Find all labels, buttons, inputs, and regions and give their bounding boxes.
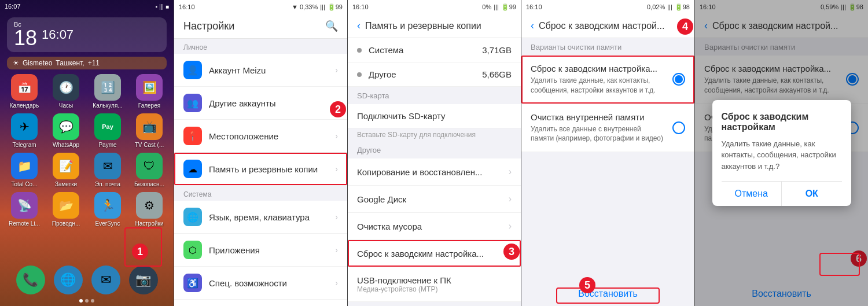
back-arrow-4[interactable]: ‹ — [531, 20, 534, 32]
cancel-button[interactable]: Отмена — [722, 182, 782, 206]
menu-backup[interactable]: Копирование и восстановлен... › — [348, 158, 521, 186]
home-screen: 16:07 ▪ ||| ■ Вс 18 16:07 ☀ Gismeteo Таш… — [0, 0, 174, 306]
status-icons-2: ▼ 0,33% ||| 🔋99 — [292, 3, 343, 11]
app-calendar[interactable]: 📅 Календарь — [7, 74, 42, 109]
app-files-icon: 📂 — [53, 192, 79, 219]
step-badge-3: 3 — [503, 244, 520, 260]
menu-gdrive[interactable]: Google Диск › — [348, 186, 521, 213]
step-badge-5: 5 — [579, 277, 595, 293]
ok-button[interactable]: ОК — [782, 182, 842, 206]
clean-options-label: Варианты очистки памяти — [521, 38, 694, 56]
settings-item-language[interactable]: 🌐 Язык, время, клавиатура › — [174, 201, 347, 234]
app-whatsapp-label: WhatsApp — [49, 142, 83, 148]
status-icons-1: ▪ ||| ■ — [156, 3, 169, 10]
settings-item-update[interactable]: 🔄 Обновление системы › — [174, 300, 347, 306]
app-eversync[interactable]: 🏃 EverSync — [90, 192, 125, 227]
battery-icon-1: ▪ — [156, 3, 158, 10]
settings-item-accounts[interactable]: 👥 Другие аккаунты › — [174, 87, 347, 120]
app-payme-icon: Pay — [94, 113, 121, 140]
meizu-icon: 👤 — [183, 61, 202, 79]
battery-2: 🔋99 — [328, 3, 343, 11]
app-gallery-icon: 🖼️ — [136, 74, 163, 101]
weather-widget: ☀ Gismeteo Ташкент, +11 — [7, 57, 167, 69]
date-block: Вс 18 — [14, 21, 37, 49]
accounts-label: Другие аккаунты — [209, 98, 335, 108]
menu-usb[interactable]: USB-подключение к ПК Медиа-устройство (М… — [348, 267, 521, 302]
settings-item-apps[interactable]: ⬡ Приложения › — [174, 234, 347, 267]
option-factory-reset[interactable]: Сброс к заводским настройка... Удалить т… — [521, 56, 694, 104]
system-section-label: Система — [174, 186, 347, 201]
settings-item-meizu[interactable]: 👤 Аккаунт Meizu › — [174, 54, 347, 87]
app-security[interactable]: 🛡 Безопасн... — [132, 153, 167, 187]
app-payme-label: Payme — [90, 142, 125, 148]
app-settings[interactable]: ⚙ Настройки — [132, 192, 167, 227]
status-bar-1: 16:07 ▪ ||| ■ — [0, 0, 174, 13]
memory-icon: ☁ — [183, 160, 202, 178]
app-email-label: Эл. почта — [90, 181, 125, 187]
memory-header: ‹ Память и резервные копии — [348, 14, 521, 38]
option-clear-memory[interactable]: Очистка внутренней памяти Удалить все да… — [521, 104, 694, 153]
option-1-title: Сброс к заводским настройка... — [531, 64, 664, 73]
location-chevron: › — [335, 131, 338, 141]
page-dot-3 — [91, 299, 94, 303]
access-label: Спец. возможности — [209, 278, 335, 288]
weather-city: Ташкент, — [56, 59, 84, 67]
battery-pct-1: ■ — [165, 3, 169, 10]
menu-factory-reset[interactable]: Сброс к заводским настройка... › — [348, 240, 521, 267]
factory-reset-title: Сброс к заводским настрой... — [539, 21, 664, 31]
option-1-radio — [672, 73, 685, 86]
settings-item-access[interactable]: ♿ Спец. возможности › — [174, 267, 347, 300]
dock-phone[interactable]: 📞 — [16, 266, 45, 294]
usb-sub: Медиа-устройство (МТР) — [357, 285, 512, 293]
storage-other: Другое 5,66GB — [348, 62, 521, 87]
memory-label: Память и резервные копии — [209, 164, 335, 174]
app-notes-icon: 📝 — [53, 153, 79, 179]
app-whatsapp[interactable]: 💬 WhatsApp — [49, 113, 83, 148]
app-payme[interactable]: Pay Payme — [90, 113, 125, 148]
settings-title: Настройки — [183, 20, 234, 32]
step-badge-2: 2 — [330, 101, 346, 117]
option-2-title: Очистка внутренней памяти — [531, 112, 664, 122]
option-1-content: Сброс к заводским настройка... Удалить т… — [531, 64, 685, 95]
app-notes-label: Заметки — [49, 181, 83, 187]
app-remote-label: Remote Li... — [7, 220, 42, 227]
menu-cleanup[interactable]: Очистка мусора › — [348, 213, 521, 240]
app-email[interactable]: ✉ Эл. почта — [90, 153, 125, 187]
dock-browser[interactable]: 🌐 — [54, 266, 83, 294]
settings-item-location[interactable]: 📍 Местоположение › — [174, 120, 347, 153]
weather-icon: ☀ — [13, 59, 19, 67]
app-clock[interactable]: 🕐 Часы — [49, 74, 83, 109]
sd-connect[interactable]: Подключить SD-карту — [348, 104, 521, 128]
factory-reset-label: Сброс к заводским настройка... — [357, 249, 509, 259]
settings-search-icon[interactable]: 🔍 — [325, 20, 338, 32]
app-files[interactable]: 📂 Проводн... — [49, 192, 83, 227]
app-gallery[interactable]: 🖼️ Галерея — [132, 74, 167, 109]
page-dots — [79, 299, 94, 303]
option-1-desc: Удалить такие данные, как контакты, сооб… — [531, 76, 664, 95]
settings-item-memory[interactable]: ☁ Память и резервные копии › — [174, 153, 347, 186]
app-tvcast[interactable]: 📺 TV Cast (... — [132, 113, 167, 148]
dock-camera[interactable]: 📷 — [129, 266, 158, 294]
weather-service: Gismeteo — [23, 59, 52, 67]
weather-temp: +11 — [88, 59, 100, 67]
app-remote[interactable]: 📡 Remote Li... — [7, 192, 42, 227]
wifi-icon: ▼ 0,33% — [292, 3, 318, 10]
apps-label: Приложения — [209, 245, 335, 255]
system-dot — [357, 48, 362, 53]
date-widget: Вс 18 16:07 — [7, 17, 167, 52]
dock-email[interactable]: ✉ — [91, 266, 120, 294]
app-totalcmd[interactable]: 📁 Total Co... — [7, 153, 42, 187]
app-notes[interactable]: 📝 Заметки — [49, 153, 83, 187]
cleanup-chevron: › — [509, 221, 512, 231]
other-label: Другое — [369, 69, 482, 79]
app-telegram[interactable]: ✈ Telegram — [7, 113, 42, 148]
app-calc[interactable]: 🔢 Калькуля... — [90, 74, 125, 109]
location-label: Местоположение — [209, 131, 335, 141]
app-totalcmd-icon: 📁 — [11, 153, 38, 179]
dialog-text: Удалить такие данные, как контакты, сооб… — [722, 138, 842, 172]
apps-icon: ⬡ — [183, 241, 202, 259]
app-eversync-label: EverSync — [90, 220, 125, 227]
status-bar-4: 16:10 0,02% ||| 🔋98 — [521, 0, 694, 14]
back-arrow-3[interactable]: ‹ — [357, 20, 361, 32]
home-grid: Вс 18 16:07 ☀ Gismeteo Ташкент, +11 📅 Ка… — [0, 13, 174, 236]
